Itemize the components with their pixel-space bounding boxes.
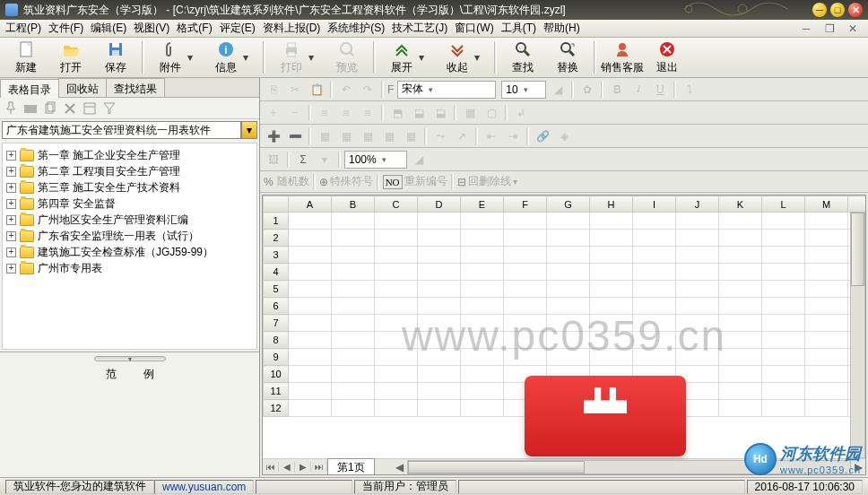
grid-d-icon[interactable]: ▦ [379, 127, 399, 145]
underline-button[interactable]: U [650, 81, 670, 99]
menu-item[interactable]: 系统维护(S) [327, 21, 385, 36]
col-header[interactable]: G [547, 196, 590, 213]
grid-cell[interactable] [805, 281, 848, 298]
grid-cell[interactable] [633, 213, 676, 230]
chain-icon[interactable]: ⤳ [430, 127, 450, 145]
bold-button[interactable]: B [607, 81, 627, 99]
grid-cell[interactable] [719, 230, 762, 247]
font-size-select[interactable]: 10▾ [501, 81, 546, 99]
folder-icon[interactable] [23, 101, 38, 116]
grid-cell[interactable] [719, 400, 762, 417]
grid-cell[interactable] [762, 366, 805, 383]
align-center-icon[interactable]: ≡ [336, 104, 356, 122]
wrap-mode-icon[interactable]: ↲ [511, 104, 531, 122]
corner-cell[interactable] [264, 196, 289, 213]
dropdown-arrow-icon[interactable]: ▾ [243, 51, 254, 64]
font-name-select[interactable]: 宋体▾ [397, 81, 496, 99]
splitter-grip[interactable] [94, 356, 166, 361]
left-tab[interactable]: 表格目录 [0, 79, 59, 98]
grid-cell[interactable] [805, 264, 848, 281]
mdi-close-icon[interactable]: ✕ [845, 22, 861, 35]
menu-item[interactable]: 工具(T) [501, 21, 536, 36]
grid-b-icon[interactable]: ▦ [336, 127, 356, 145]
menu-item[interactable]: 编辑(E) [91, 21, 126, 36]
grid-cell[interactable] [461, 264, 504, 281]
grid-cell[interactable] [289, 383, 332, 400]
close-button[interactable]: ✕ [848, 3, 863, 17]
document-tree[interactable]: +第一章 施工企业安全生产管理+第二章 工程项目安全生产管理+第三章 施工安全生… [2, 143, 257, 350]
grid-cell[interactable] [332, 247, 375, 264]
grid-cell[interactable] [762, 281, 805, 298]
align-left-icon[interactable]: ≡ [315, 104, 334, 122]
tree-expand-icon[interactable]: + [6, 167, 16, 177]
menu-item[interactable]: 窗口(W) [455, 21, 493, 36]
grid-cell[interactable] [547, 230, 590, 247]
mdi-restore-icon[interactable]: ❐ [821, 22, 838, 35]
row-header[interactable]: 11 [264, 383, 289, 400]
left-tab[interactable]: 回收站 [58, 78, 107, 97]
save-button[interactable]: 保存 [93, 39, 138, 76]
tree-node[interactable]: +第四章 安全监督 [4, 195, 255, 212]
grid-cell[interactable] [418, 366, 461, 383]
grid-cell[interactable] [633, 247, 676, 264]
copy-icon[interactable]: ⎘ [264, 81, 283, 99]
sheet-next-icon[interactable]: ▶ [295, 462, 311, 472]
grid-cell[interactable] [805, 315, 848, 332]
grid-cell[interactable] [805, 213, 848, 230]
grid-cell[interactable] [762, 247, 805, 264]
grid-cell[interactable] [719, 264, 762, 281]
sum-icon[interactable]: Σ [293, 151, 313, 169]
delete-icon[interactable] [63, 101, 77, 116]
grid-c-icon[interactable]: ▦ [358, 127, 378, 145]
undo-icon[interactable]: ↶ [336, 81, 356, 99]
grid-cell[interactable] [332, 281, 375, 298]
grid-cell[interactable] [375, 230, 418, 247]
grid-cell[interactable] [332, 213, 375, 230]
chain2-icon[interactable]: ↗ [452, 127, 472, 145]
sheet-first-icon[interactable]: ⏮ [263, 462, 279, 472]
grid-cell[interactable] [418, 383, 461, 400]
col-header[interactable]: M [805, 196, 848, 213]
grid-cell[interactable] [590, 281, 633, 298]
grid-cell[interactable] [762, 213, 805, 230]
grid-cell[interactable] [332, 298, 375, 315]
tree-expand-icon[interactable]: + [6, 231, 16, 241]
renumber-button[interactable]: 重新编号 [404, 174, 447, 189]
tree-node[interactable]: +广州市专用表 [4, 260, 255, 276]
align-right-icon[interactable]: ≡ [358, 104, 378, 122]
sum-dd-icon[interactable]: ▾ [315, 151, 334, 169]
expand-button[interactable]: 展开 [379, 39, 424, 76]
menu-item[interactable]: 格式(F) [177, 21, 212, 36]
delete-row-icon[interactable]: ➖ [285, 127, 305, 145]
grid-cell[interactable] [289, 400, 332, 417]
font-button[interactable]: ✿ [577, 81, 597, 99]
sheet-last-icon[interactable]: ⏭ [311, 462, 327, 472]
grid-cell[interactable] [332, 349, 375, 366]
spreadsheet-grid[interactable]: ABCDEFGHIJKLMNO123456789101112 www.pc035… [262, 195, 866, 475]
tree-expand-icon[interactable]: + [6, 199, 16, 209]
grid-cell[interactable] [805, 366, 848, 383]
grid-cell[interactable] [762, 349, 805, 366]
grid-cell[interactable] [461, 366, 504, 383]
col-header[interactable]: K [719, 196, 762, 213]
replace-button[interactable]: 替换 [545, 39, 590, 76]
grid-cell[interactable] [461, 230, 504, 247]
grid-cell[interactable] [461, 247, 504, 264]
zoom-indent-left-icon[interactable]: ⇤ [482, 127, 501, 145]
vertical-text-icon[interactable]: ⤵ [680, 81, 699, 99]
grid-cell[interactable] [633, 264, 676, 281]
random-button[interactable]: 随机数 [277, 174, 309, 189]
grid-cell[interactable] [289, 247, 332, 264]
valign-middle-icon[interactable]: ⬓ [409, 104, 429, 122]
grid-cell[interactable] [633, 230, 676, 247]
new-button[interactable]: 新建 [4, 39, 48, 76]
grid-cell[interactable] [461, 383, 504, 400]
valign-top-icon[interactable]: ⬒ [387, 104, 407, 122]
tree-expand-icon[interactable]: + [6, 248, 16, 257]
dropdown-arrow-icon[interactable]: ▾ [308, 51, 319, 64]
grid-cell[interactable] [375, 383, 418, 400]
grid-cell[interactable] [504, 230, 547, 247]
grid-cell[interactable] [332, 315, 375, 332]
grid-cell[interactable] [590, 230, 633, 247]
col-header[interactable]: F [504, 196, 547, 213]
